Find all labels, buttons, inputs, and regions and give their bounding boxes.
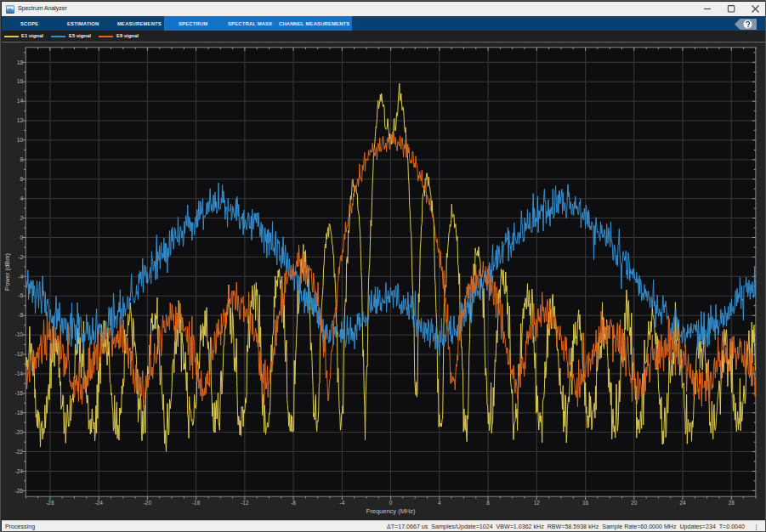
svg-text:-28: -28 (46, 500, 54, 506)
svg-text:28: 28 (729, 500, 735, 506)
svg-text:-18: -18 (15, 410, 24, 416)
svg-text:8: 8 (20, 156, 23, 162)
svg-text:-4: -4 (340, 500, 345, 506)
svg-text:-24: -24 (94, 500, 103, 506)
svg-text:-10: -10 (15, 331, 24, 337)
svg-text:12: 12 (17, 117, 24, 123)
svg-text:-22: -22 (15, 449, 24, 455)
svg-text:16: 16 (17, 78, 24, 84)
svg-text:-16: -16 (15, 390, 24, 396)
svg-text:0: 0 (20, 235, 23, 241)
svg-text:4: 4 (20, 195, 23, 201)
svg-text:-8: -8 (291, 500, 296, 506)
svg-text:0: 0 (389, 500, 393, 506)
svg-text:Power (dBm): Power (dBm) (3, 253, 11, 291)
svg-text:-6: -6 (18, 292, 23, 298)
svg-text:6: 6 (20, 176, 23, 182)
svg-text:-20: -20 (144, 500, 152, 506)
svg-text:20: 20 (631, 500, 638, 506)
svg-text:-8: -8 (18, 312, 23, 318)
svg-text:-16: -16 (192, 500, 201, 506)
svg-text:-12: -12 (15, 351, 24, 357)
svg-text:16: 16 (582, 500, 589, 506)
svg-text:-14: -14 (15, 371, 24, 376)
svg-text:Frequency (MHz): Frequency (MHz) (366, 507, 416, 515)
svg-text:-24: -24 (15, 468, 24, 474)
svg-text:4: 4 (438, 500, 441, 506)
svg-text:-26: -26 (15, 488, 24, 494)
svg-text:12: 12 (534, 500, 541, 506)
svg-text:8: 8 (486, 500, 490, 506)
svg-text:-4: -4 (18, 274, 23, 280)
svg-text:24: 24 (679, 500, 686, 506)
svg-text:14: 14 (17, 98, 24, 104)
svg-text:-2: -2 (18, 254, 23, 260)
svg-text:2: 2 (20, 215, 23, 221)
svg-text:-12: -12 (241, 500, 249, 506)
svg-text:-20: -20 (15, 429, 24, 435)
svg-text:10: 10 (17, 137, 24, 143)
svg-text:18: 18 (17, 59, 24, 65)
